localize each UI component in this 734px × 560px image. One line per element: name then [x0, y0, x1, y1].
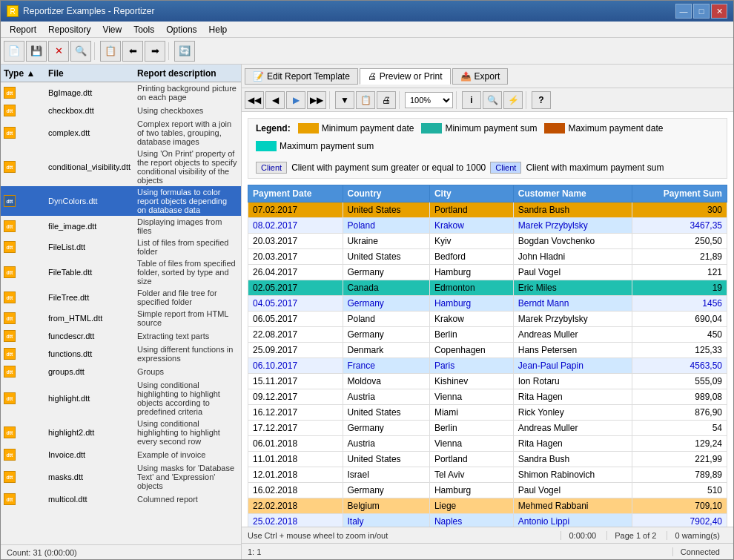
nav-next[interactable]: ▶ [286, 91, 305, 109]
list-item[interactable]: dtt highlight.dtt Using conditional high… [1, 379, 241, 418]
maximize-button[interactable]: □ [693, 4, 710, 19]
back-button[interactable]: ⬅ [122, 41, 143, 62]
list-item[interactable]: dtt BgImage.dtt Printing background pict… [1, 82, 241, 103]
type-icon: dtt [4, 87, 16, 99]
find-button[interactable]: 🔍 [70, 41, 91, 62]
nav-last[interactable]: ▶▶ [307, 91, 326, 109]
table-cell: 22.08.2017 [248, 327, 343, 343]
export-tab-label: Export [475, 71, 500, 82]
toolbar-separator2 [168, 42, 171, 60]
title-controls: — □ ✕ [675, 4, 727, 19]
menu-repository[interactable]: Repository [42, 23, 96, 36]
menu-options[interactable]: Options [160, 23, 202, 36]
right-panel: 📝 Edit Report Template 🖨 Preview or Prin… [242, 65, 733, 559]
save-button[interactable]: 💾 [26, 41, 47, 62]
tab-edit[interactable]: 📝 Edit Report Template [245, 68, 358, 85]
file-name: DynColors.dtt [48, 197, 137, 205]
list-item[interactable]: dtt funcdescr.dtt Extracting text parts [1, 329, 241, 343]
type-cell: dtt [4, 471, 48, 483]
table-cell: United States [343, 405, 429, 421]
nav-help[interactable]: ? [532, 91, 551, 109]
list-item[interactable]: dtt complex.dtt Complex report with a jo… [1, 118, 241, 148]
forward-button[interactable]: ➡ [145, 41, 165, 62]
table-cell: Austria [343, 436, 429, 452]
list-header: Type ▲ File Report description [1, 65, 241, 82]
legend-color-min-date [298, 123, 319, 134]
nav-info[interactable]: i [462, 91, 481, 109]
nav-prev[interactable]: ◀ [265, 91, 285, 109]
type-cell: dtt [4, 127, 48, 139]
list-item[interactable]: dtt from_HTML.dtt Simple report from HTM… [1, 308, 241, 329]
list-item[interactable]: dtt groups.dtt Groups [1, 364, 241, 379]
table-cell: Poland [343, 218, 429, 234]
col-header-country: Country [343, 185, 429, 202]
file-name: groups.dtt [48, 367, 137, 376]
col-desc: Report description [137, 68, 238, 79]
table-cell: 121 [632, 265, 727, 280]
refresh-button[interactable]: 🔄 [174, 41, 195, 62]
list-item[interactable]: dtt highlight2.dtt Using conditional hig… [1, 418, 241, 447]
nav-copy[interactable]: 📋 [356, 91, 375, 109]
new-button[interactable]: 📄 [4, 41, 24, 62]
minimize-button[interactable]: — [675, 4, 692, 19]
list-item[interactable]: dtt file_image.dtt Displaying images fro… [1, 216, 241, 237]
list-item[interactable]: dtt conditional_visibility.dtt Using 'On… [1, 148, 241, 186]
file-name: FileTree.dtt [48, 293, 137, 302]
report-content: Legend: Minimum payment date Minimum pay… [242, 112, 733, 527]
table-row: 20.03.2017UkraineKyivBogdan Vovchenko250… [248, 234, 727, 249]
row-desc: Displaying images from files [137, 217, 238, 236]
nav-print[interactable]: 🖨 [377, 91, 396, 109]
list-item[interactable]: dtt FileList.dtt List of files from spec… [1, 237, 241, 257]
nav-search[interactable]: 🔍 [483, 91, 502, 109]
table-cell: Sandra Bush [513, 452, 632, 467]
list-item[interactable]: dtt FileTable.dtt Table of files from sp… [1, 257, 241, 287]
table-cell: Shimon Rabinovich [513, 467, 632, 483]
row-desc: Using 'On Print' property of the report … [137, 148, 238, 185]
list-item[interactable]: dtt masks.dtt Using masks for 'Database … [1, 462, 241, 492]
table-cell: Kyiv [429, 234, 513, 249]
legend-min-sum: Minimum payment sum [421, 123, 537, 134]
row-desc: Using checkboxes [137, 105, 238, 116]
table-cell: Germany [343, 421, 429, 436]
table-cell: 06.05.2017 [248, 312, 343, 327]
list-item[interactable]: dtt FileTree.dtt Folder and file tree fo… [1, 287, 241, 308]
nav-page-options[interactable]: ▼ [335, 91, 354, 109]
delete-button[interactable]: ✕ [48, 41, 69, 62]
type-icon: dtt [4, 449, 16, 461]
menu-help[interactable]: Help [203, 23, 234, 36]
file-name: funcdescr.dtt [48, 332, 137, 340]
table-cell: Hamburg [429, 265, 513, 280]
table-cell: Berlin [429, 327, 513, 343]
table-cell: Marek Przybylsky [513, 218, 632, 234]
list-item[interactable]: dtt multicol.dtt Columned report [1, 492, 241, 507]
close-button[interactable]: ✕ [711, 4, 727, 19]
copy-button[interactable]: 📋 [100, 41, 121, 62]
legend-text-max-date: Maximum payment date [568, 123, 663, 134]
row-desc: Using different functions in expressions [137, 344, 238, 363]
menu-tools[interactable]: Tools [128, 23, 160, 36]
table-cell: Denmark [343, 343, 429, 358]
table-cell: 20.03.2017 [248, 234, 343, 249]
table-cell: Vienna [429, 389, 513, 405]
list-item[interactable]: dtt checkbox.dtt Using checkboxes [1, 103, 241, 118]
nav-actions[interactable]: ⚡ [503, 91, 523, 109]
menu-report[interactable]: Report [4, 23, 42, 36]
table-cell: Paul Vogel [513, 265, 632, 280]
nav-sep4 [526, 91, 529, 109]
table-cell: Germany [343, 265, 429, 280]
tab-preview[interactable]: 🖨 Preview or Print [360, 68, 451, 85]
table-cell: Moldova [343, 374, 429, 389]
zoom-select[interactable]: 100% 75% 125% 150% [405, 92, 453, 108]
list-item[interactable]: dtt functions.dtt Using different functi… [1, 343, 241, 364]
list-item[interactable]: dtt Invoice.dtt Example of invoice [1, 447, 241, 462]
menu-view[interactable]: View [96, 23, 128, 36]
file-list: dtt BgImage.dtt Printing background pict… [1, 82, 241, 544]
table-cell: Edmonton [429, 280, 513, 296]
nav-first[interactable]: ◀◀ [245, 91, 264, 109]
tab-export[interactable]: 📤 Export [452, 68, 509, 85]
table-cell: 300 [632, 202, 727, 218]
table-cell: Poland [343, 312, 429, 327]
list-item[interactable]: dtt DynColors.dtt Using formulas to colo… [1, 186, 241, 216]
table-cell: 25.02.2018 [248, 514, 343, 527]
table-cell: Hamburg [429, 483, 513, 498]
